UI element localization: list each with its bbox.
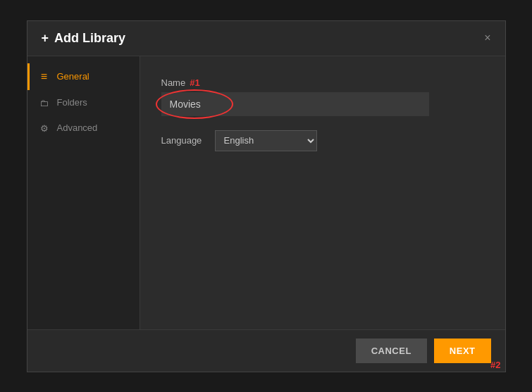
cancel-button[interactable]: CANCEL	[356, 339, 427, 363]
language-label: Language	[161, 135, 204, 146]
main-content: Name #1 Language English French German S…	[140, 56, 505, 329]
add-library-dialog: + Add Library × General Folders Advanced	[27, 20, 506, 372]
name-annotation: #1	[190, 77, 199, 88]
hamburger-icon	[39, 70, 50, 83]
sidebar-label-folders: Folders	[57, 97, 87, 108]
sidebar-item-general[interactable]: General	[27, 63, 140, 90]
dialog-title-text: Add Library	[54, 31, 125, 46]
next-button[interactable]: NEXT	[434, 339, 491, 363]
dialog-body: General Folders Advanced Name #1	[27, 56, 505, 329]
sidebar: General Folders Advanced	[27, 56, 140, 329]
sidebar-item-folders[interactable]: Folders	[27, 90, 140, 115]
close-button[interactable]: ×	[484, 32, 490, 44]
language-group: Language English French German Spanish J…	[161, 130, 484, 151]
sidebar-label-advanced: Advanced	[57, 122, 98, 133]
folder-icon	[39, 97, 50, 108]
language-select[interactable]: English French German Spanish Japanese K…	[215, 130, 317, 151]
sidebar-item-advanced[interactable]: Advanced	[27, 115, 140, 141]
gear-icon	[39, 122, 50, 134]
name-label-row: Name #1	[161, 77, 484, 88]
sidebar-label-general: General	[57, 71, 89, 82]
dialog-title: + Add Library	[42, 31, 126, 46]
name-label: Name	[161, 77, 186, 88]
name-input-wrapper	[161, 92, 429, 116]
plus-icon: +	[42, 31, 49, 46]
dialog-footer: CANCEL NEXT #2	[27, 329, 505, 372]
name-input[interactable]	[161, 92, 429, 116]
name-group: Name #1	[161, 77, 484, 116]
footer-annotation: #2	[490, 360, 500, 370]
dialog-header: + Add Library ×	[27, 21, 505, 56]
